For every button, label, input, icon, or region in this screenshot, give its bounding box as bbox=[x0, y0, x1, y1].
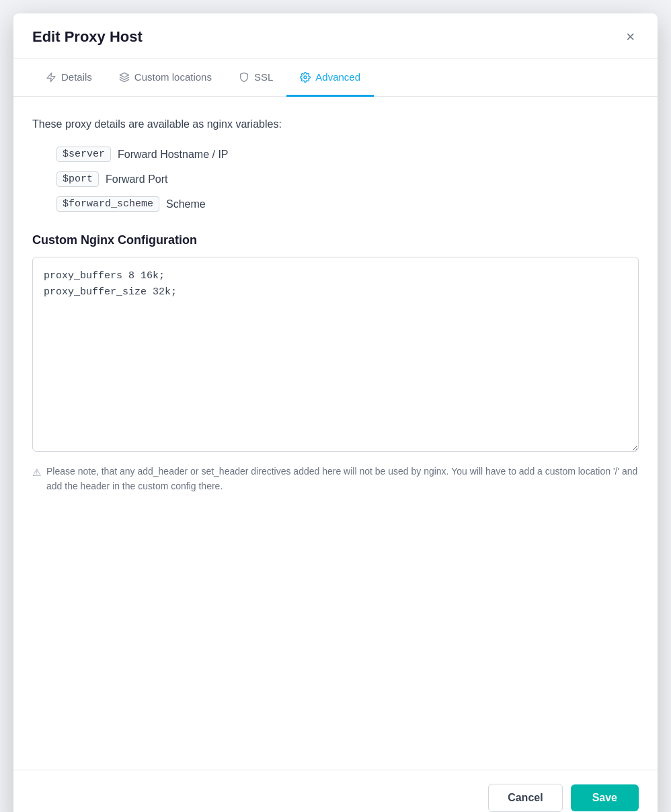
tab-ssl-label: SSL bbox=[254, 71, 273, 83]
variable-forward-scheme-desc: Scheme bbox=[166, 198, 206, 210]
close-button[interactable]: × bbox=[622, 28, 639, 46]
tab-custom-locations-label: Custom locations bbox=[134, 71, 212, 83]
tab-advanced[interactable]: Advanced bbox=[286, 58, 374, 97]
warning-message: Please note, that any add_header or set_… bbox=[46, 464, 639, 494]
variable-port-desc: Forward Port bbox=[106, 173, 167, 186]
tab-details[interactable]: Details bbox=[32, 58, 106, 97]
warning-icon: ⚠ bbox=[32, 464, 41, 481]
modal-body: These proxy details are available as ngi… bbox=[13, 97, 658, 770]
bolt-icon bbox=[46, 71, 56, 83]
nginx-config-textarea[interactable]: proxy_buffers 8 16k; proxy_buffer_size 3… bbox=[32, 257, 639, 452]
modal-title: Edit Proxy Host bbox=[32, 28, 143, 46]
cancel-button[interactable]: Cancel bbox=[488, 784, 562, 812]
gear-icon bbox=[300, 71, 311, 83]
svg-marker-0 bbox=[47, 73, 55, 81]
list-item: $forward_scheme Scheme bbox=[56, 196, 639, 212]
tabs-container: Details Custom locations SSL bbox=[13, 58, 658, 97]
tab-details-label: Details bbox=[61, 71, 92, 83]
variable-server-desc: Forward Hostname / IP bbox=[118, 149, 229, 161]
intro-text: These proxy details are available as ngi… bbox=[32, 118, 639, 130]
variables-list: $server Forward Hostname / IP $port Forw… bbox=[32, 147, 639, 212]
svg-marker-1 bbox=[120, 73, 128, 77]
svg-point-2 bbox=[304, 76, 307, 79]
save-button[interactable]: Save bbox=[571, 784, 639, 811]
modal-footer: Cancel Save bbox=[13, 770, 658, 812]
tab-custom-locations[interactable]: Custom locations bbox=[106, 58, 225, 97]
tab-ssl[interactable]: SSL bbox=[225, 58, 286, 97]
layers-icon bbox=[119, 71, 130, 83]
variable-server: $server bbox=[56, 147, 111, 162]
edit-proxy-host-modal: Edit Proxy Host × Details Custom locatio bbox=[13, 13, 658, 812]
tab-advanced-label: Advanced bbox=[315, 71, 360, 83]
modal-header: Edit Proxy Host × bbox=[13, 13, 658, 58]
list-item: $port Forward Port bbox=[56, 171, 639, 187]
config-section-title: Custom Nginx Configuration bbox=[32, 233, 639, 247]
variable-port: $port bbox=[56, 171, 99, 187]
warning-container: ⚠ Please note, that any add_header or se… bbox=[32, 464, 639, 494]
shield-icon bbox=[239, 71, 249, 83]
list-item: $server Forward Hostname / IP bbox=[56, 147, 639, 162]
variable-forward-scheme: $forward_scheme bbox=[56, 196, 159, 212]
